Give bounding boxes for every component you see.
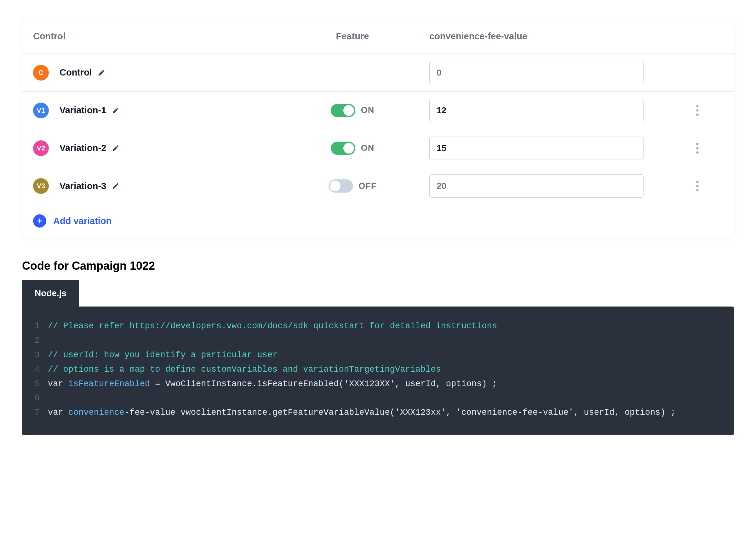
kebab-icon[interactable] <box>696 143 699 154</box>
code-text: // options is a map to define customVari… <box>48 362 441 377</box>
kebab-icon[interactable] <box>696 105 699 116</box>
svg-point-2 <box>696 113 698 116</box>
kebab-icon[interactable] <box>696 180 699 192</box>
variation-name-cell: V3Variation-3 <box>22 178 286 194</box>
table-header-row: Control Feature convenience-fee-value <box>22 19 734 54</box>
variation-name: Variation-2 <box>60 143 106 153</box>
variable-value-input[interactable] <box>429 174 644 198</box>
variable-value-cell <box>419 174 661 198</box>
code-section-title: Code for Campaign 1022 <box>22 259 734 272</box>
line-number: 6 <box>33 391 48 406</box>
code-text: // userId: how you identify a particular… <box>48 348 278 362</box>
svg-point-3 <box>696 143 698 145</box>
code-text <box>48 334 53 348</box>
line-number: 3 <box>33 348 48 362</box>
svg-point-7 <box>696 185 698 187</box>
edit-icon[interactable] <box>112 182 119 190</box>
variation-name-cell: V1Variation-1 <box>22 102 286 118</box>
svg-point-5 <box>696 151 698 153</box>
variable-value-cell <box>419 61 661 84</box>
toggle-state-label: ON <box>361 143 375 153</box>
table-row: V3Variation-3OFF <box>22 167 734 205</box>
code-line: 2 <box>33 334 721 348</box>
variations-table: Control Feature convenience-fee-value CC… <box>22 19 734 237</box>
variable-value-cell <box>419 99 661 122</box>
feature-toggle-cell: ON <box>286 142 419 155</box>
variation-name: Variation-1 <box>60 105 106 116</box>
code-line: 7var convenience-fee-value vwoclientInst… <box>33 406 721 420</box>
feature-toggle[interactable] <box>331 104 355 117</box>
table-row: V1Variation-1ON <box>22 92 734 129</box>
header-control: Control <box>22 31 286 42</box>
code-text: // Please refer https://developers.vwo.c… <box>48 319 497 334</box>
code-text: var convenience-fee-value vwoclientInsta… <box>48 406 676 420</box>
code-line: 6 <box>33 391 721 406</box>
code-block: 1// Please refer https://developers.vwo.… <box>22 306 734 435</box>
line-number: 4 <box>33 362 48 377</box>
table-row: CControl <box>22 54 734 92</box>
variable-value-input[interactable] <box>429 99 644 122</box>
variation-name: Variation-3 <box>60 181 106 191</box>
plus-icon <box>33 214 46 228</box>
variable-value-input[interactable] <box>429 61 644 84</box>
line-number: 7 <box>33 406 48 420</box>
edit-icon[interactable] <box>112 144 119 152</box>
code-line: 1// Please refer https://developers.vwo.… <box>33 319 721 334</box>
code-text <box>48 391 53 406</box>
feature-toggle-cell: ON <box>286 104 419 117</box>
feature-toggle[interactable] <box>328 180 353 193</box>
row-actions-cell <box>661 143 734 154</box>
add-variation-label: Add variation <box>53 216 111 226</box>
svg-point-8 <box>696 189 698 191</box>
feature-toggle-cell: OFF <box>286 180 419 193</box>
toggle-state-label: ON <box>361 105 375 115</box>
feature-toggle[interactable] <box>331 142 355 155</box>
svg-point-0 <box>696 105 698 107</box>
tab-nodejs[interactable]: Node.js <box>22 280 79 306</box>
line-number: 2 <box>33 334 48 348</box>
add-variation-button[interactable]: Add variation <box>22 205 734 237</box>
toggle-state-label: OFF <box>359 181 377 191</box>
code-line: 3// userId: how you identify a particula… <box>33 348 721 362</box>
line-number: 5 <box>33 377 48 391</box>
row-actions-cell <box>661 180 734 192</box>
variation-name: Control <box>60 67 92 78</box>
header-feature: Feature <box>286 31 419 42</box>
line-number: 1 <box>33 319 48 334</box>
variation-badge: V2 <box>33 140 49 156</box>
svg-point-1 <box>696 109 698 111</box>
variable-value-cell <box>419 137 661 160</box>
code-line: 4// options is a map to define customVar… <box>33 362 721 377</box>
variation-badge: C <box>33 65 49 81</box>
svg-point-6 <box>696 181 698 183</box>
svg-point-4 <box>696 147 698 149</box>
variation-badge: V3 <box>33 178 49 194</box>
code-line: 5var isFeatureEnabled = VwoClientInstanc… <box>33 377 721 391</box>
header-variable: convenience-fee-value <box>419 31 661 42</box>
edit-icon[interactable] <box>112 107 119 114</box>
variation-name-cell: CControl <box>22 65 286 81</box>
row-actions-cell <box>661 105 734 116</box>
edit-icon[interactable] <box>98 69 105 76</box>
code-text: var isFeatureEnabled = VwoClientInstance… <box>48 377 497 391</box>
variation-name-cell: V2Variation-2 <box>22 140 286 156</box>
table-row: V2Variation-2ON <box>22 129 734 167</box>
variation-badge: V1 <box>33 102 49 118</box>
variable-value-input[interactable] <box>429 137 644 160</box>
